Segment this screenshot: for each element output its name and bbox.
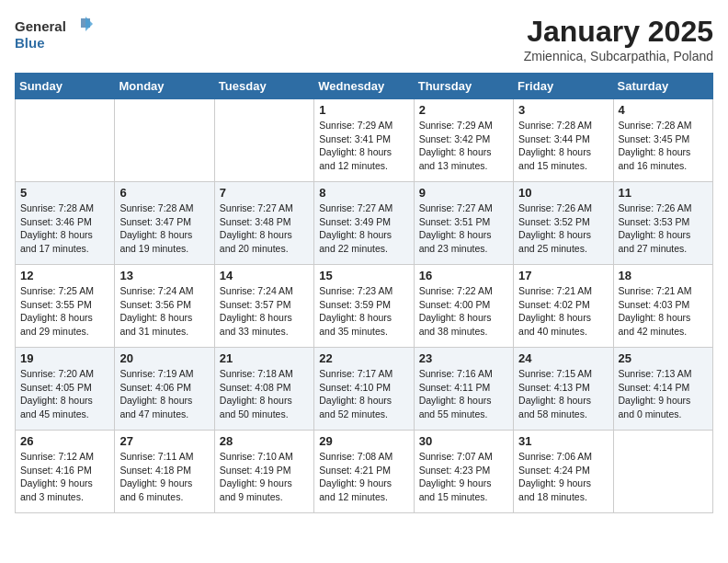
calendar-cell: 28Sunrise: 7:10 AMSunset: 4:19 PMDayligh… [214, 431, 313, 513]
day-number: 13 [119, 269, 209, 282]
day-number: 22 [319, 351, 408, 365]
day-content: Sunrise: 7:10 AMSunset: 4:19 PMDaylight:… [220, 450, 309, 504]
week-row-0: 1Sunrise: 7:29 AMSunset: 3:41 PMDaylight… [16, 99, 713, 182]
calendar-cell: 31Sunrise: 7:06 AMSunset: 4:24 PMDayligh… [514, 431, 613, 513]
week-row-4: 26Sunrise: 7:12 AMSunset: 4:16 PMDayligh… [16, 431, 713, 513]
day-content: Sunrise: 7:20 AMSunset: 4:05 PMDaylight:… [20, 367, 109, 421]
day-content: Sunrise: 7:26 AMSunset: 3:52 PMDaylight:… [518, 201, 608, 256]
day-number: 17 [518, 269, 608, 282]
day-number: 7 [220, 186, 309, 200]
calendar-cell: 25Sunrise: 7:13 AMSunset: 4:14 PMDayligh… [613, 348, 712, 431]
calendar-cell: 13Sunrise: 7:24 AMSunset: 3:56 PMDayligh… [115, 265, 214, 348]
day-number: 20 [119, 351, 209, 365]
day-number: 23 [419, 351, 508, 365]
day-header-sunday: Sunday [16, 74, 115, 99]
day-number: 28 [220, 434, 309, 448]
day-content: Sunrise: 7:29 AMSunset: 3:41 PMDaylight:… [319, 119, 408, 173]
day-content: Sunrise: 7:16 AMSunset: 4:11 PMDaylight:… [419, 367, 508, 421]
day-number: 16 [419, 269, 508, 282]
day-content: Sunrise: 7:29 AMSunset: 3:42 PMDaylight:… [419, 119, 508, 173]
calendar-cell: 4Sunrise: 7:28 AMSunset: 3:45 PMDaylight… [613, 99, 712, 182]
calendar-cell: 30Sunrise: 7:07 AMSunset: 4:23 PMDayligh… [414, 431, 513, 513]
calendar-cell: 27Sunrise: 7:11 AMSunset: 4:18 PMDayligh… [115, 431, 214, 513]
calendar-cell: 8Sunrise: 7:27 AMSunset: 3:49 PMDaylight… [314, 182, 414, 265]
calendar-cell: 20Sunrise: 7:19 AMSunset: 4:06 PMDayligh… [115, 348, 214, 431]
day-header-thursday: Thursday [414, 74, 513, 99]
day-content: Sunrise: 7:24 AMSunset: 3:56 PMDaylight:… [119, 284, 209, 339]
day-content: Sunrise: 7:28 AMSunset: 3:46 PMDaylight:… [20, 201, 109, 256]
day-content: Sunrise: 7:27 AMSunset: 3:51 PMDaylight:… [419, 201, 508, 256]
logo: General Blue [15, 15, 97, 56]
day-header-friday: Friday [514, 74, 613, 99]
main-title: January 2025 [524, 15, 713, 49]
week-row-1: 5Sunrise: 7:28 AMSunset: 3:46 PMDaylight… [16, 182, 713, 265]
day-number: 5 [20, 186, 109, 200]
day-content: Sunrise: 7:28 AMSunset: 3:44 PMDaylight:… [518, 119, 608, 173]
calendar-cell: 10Sunrise: 7:26 AMSunset: 3:52 PMDayligh… [514, 182, 613, 265]
day-header-row: SundayMondayTuesdayWednesdayThursdayFrid… [16, 74, 713, 99]
day-number: 21 [220, 351, 309, 365]
calendar-table: SundayMondayTuesdayWednesdayThursdayFrid… [15, 73, 713, 513]
day-number: 4 [619, 103, 708, 117]
day-number: 27 [119, 434, 209, 448]
day-content: Sunrise: 7:27 AMSunset: 3:48 PMDaylight:… [220, 201, 309, 256]
logo-svg: General Blue [15, 15, 97, 56]
day-header-monday: Monday [115, 74, 214, 99]
week-row-2: 12Sunrise: 7:25 AMSunset: 3:55 PMDayligh… [16, 265, 713, 348]
calendar-cell: 17Sunrise: 7:21 AMSunset: 4:02 PMDayligh… [514, 265, 613, 348]
day-content: Sunrise: 7:22 AMSunset: 4:00 PMDaylight:… [419, 284, 508, 339]
calendar-cell: 5Sunrise: 7:28 AMSunset: 3:46 PMDaylight… [16, 182, 115, 265]
calendar-cell: 2Sunrise: 7:29 AMSunset: 3:42 PMDaylight… [414, 99, 513, 182]
day-content: Sunrise: 7:13 AMSunset: 4:14 PMDaylight:… [619, 367, 708, 421]
week-row-3: 19Sunrise: 7:20 AMSunset: 4:05 PMDayligh… [16, 348, 713, 431]
day-number: 14 [220, 269, 309, 282]
calendar-cell [214, 99, 313, 182]
day-number: 18 [619, 269, 708, 282]
calendar-cell: 9Sunrise: 7:27 AMSunset: 3:51 PMDaylight… [414, 182, 513, 265]
calendar-cell: 11Sunrise: 7:26 AMSunset: 3:53 PMDayligh… [613, 182, 712, 265]
day-number: 1 [319, 103, 408, 117]
day-number: 6 [119, 186, 209, 200]
calendar-cell: 6Sunrise: 7:28 AMSunset: 3:47 PMDaylight… [115, 182, 214, 265]
svg-text:General: General [15, 18, 66, 34]
day-content: Sunrise: 7:06 AMSunset: 4:24 PMDaylight:… [518, 450, 608, 504]
calendar-cell: 18Sunrise: 7:21 AMSunset: 4:03 PMDayligh… [613, 265, 712, 348]
day-number: 26 [20, 434, 109, 448]
day-number: 31 [518, 434, 608, 448]
calendar-cell [115, 99, 214, 182]
day-number: 11 [619, 186, 708, 200]
subtitle: Zmiennica, Subcarpathia, Poland [524, 49, 713, 63]
day-number: 8 [319, 186, 408, 200]
day-content: Sunrise: 7:23 AMSunset: 3:59 PMDaylight:… [319, 284, 408, 339]
day-content: Sunrise: 7:21 AMSunset: 4:03 PMDaylight:… [619, 284, 708, 339]
day-content: Sunrise: 7:17 AMSunset: 4:10 PMDaylight:… [319, 367, 408, 421]
calendar-cell: 29Sunrise: 7:08 AMSunset: 4:21 PMDayligh… [314, 431, 414, 513]
calendar-cell: 1Sunrise: 7:29 AMSunset: 3:41 PMDaylight… [314, 99, 414, 182]
day-header-wednesday: Wednesday [314, 74, 414, 99]
calendar-cell: 24Sunrise: 7:15 AMSunset: 4:13 PMDayligh… [514, 348, 613, 431]
day-content: Sunrise: 7:19 AMSunset: 4:06 PMDaylight:… [119, 367, 209, 421]
page-header: General Blue January 2025 Zmiennica, Sub… [15, 15, 713, 63]
day-number: 3 [518, 103, 608, 117]
calendar-cell: 14Sunrise: 7:24 AMSunset: 3:57 PMDayligh… [214, 265, 313, 348]
day-header-saturday: Saturday [613, 74, 712, 99]
day-content: Sunrise: 7:11 AMSunset: 4:18 PMDaylight:… [119, 450, 209, 504]
day-number: 19 [20, 351, 109, 365]
svg-text:Blue: Blue [15, 35, 45, 51]
day-number: 24 [518, 351, 608, 365]
day-content: Sunrise: 7:15 AMSunset: 4:13 PMDaylight:… [518, 367, 608, 421]
day-content: Sunrise: 7:26 AMSunset: 3:53 PMDaylight:… [619, 201, 708, 256]
calendar-cell: 3Sunrise: 7:28 AMSunset: 3:44 PMDaylight… [514, 99, 613, 182]
day-content: Sunrise: 7:28 AMSunset: 3:45 PMDaylight:… [619, 119, 708, 173]
day-number: 2 [419, 103, 508, 117]
calendar-cell: 12Sunrise: 7:25 AMSunset: 3:55 PMDayligh… [16, 265, 115, 348]
day-number: 9 [419, 186, 508, 200]
day-number: 29 [319, 434, 408, 448]
calendar-cell: 16Sunrise: 7:22 AMSunset: 4:00 PMDayligh… [414, 265, 513, 348]
title-block: January 2025 Zmiennica, Subcarpathia, Po… [524, 15, 713, 63]
calendar-cell: 15Sunrise: 7:23 AMSunset: 3:59 PMDayligh… [314, 265, 414, 348]
day-number: 30 [419, 434, 508, 448]
day-content: Sunrise: 7:21 AMSunset: 4:02 PMDaylight:… [518, 284, 608, 339]
day-content: Sunrise: 7:27 AMSunset: 3:49 PMDaylight:… [319, 201, 408, 256]
day-number: 10 [518, 186, 608, 200]
